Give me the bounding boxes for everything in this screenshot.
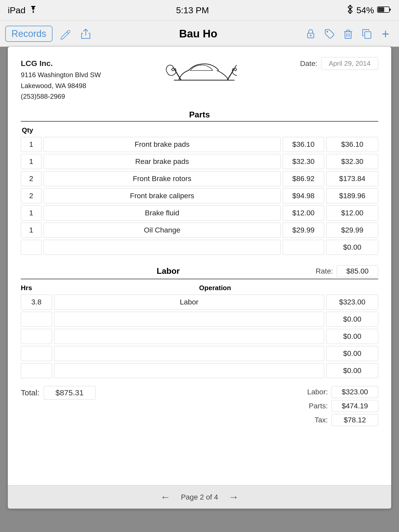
op-cell [54,363,324,378]
prev-page-button[interactable]: ← [160,491,170,503]
next-page-button[interactable]: → [229,491,239,503]
tax-total-label: Tax: [302,416,328,424]
total-cell: $32.30 [326,154,378,169]
parts-section: Parts Qty 1 Front brake pads $36.10 $36.… [21,110,378,255]
total-main: Total: $875.31 [21,386,96,400]
svg-point-7 [327,31,328,32]
hrs-cell [21,329,52,344]
rate-label: Rate: [316,267,333,275]
op-cell [54,312,324,327]
company-address1: 9116 Washington Blvd SW [21,70,101,81]
parts-total-label: Parts: [302,402,328,410]
labor-row: $0.00 [21,346,378,361]
amt-cell: $0.00 [326,363,378,378]
qty-cell: 2 [21,188,42,203]
price-cell: $36.10 [283,137,324,152]
labor-col-headers: Hrs Operation [21,284,378,292]
device-label: iPad [8,5,25,15]
svg-line-4 [66,32,69,34]
rate-value: $85.00 [337,265,378,277]
parts-total-row: Parts: $474.19 [302,400,378,412]
company-phone: (253)588-2969 [21,91,101,102]
share-button[interactable] [77,25,94,42]
rate-section: Rate: $85.00 [316,265,378,277]
bluetooth-icon [347,5,353,16]
wifi-icon [29,5,38,15]
parts-row: 1 Brake fluid $12.00 $12.00 [21,205,378,221]
qty-cell: 1 [21,223,42,238]
company-address2: Lakewood, WA 98498 [21,81,101,91]
battery-label: 54% [356,5,374,15]
op-cell [54,346,324,361]
hrs-label: Hrs [21,284,52,292]
totals-section: Total: $875.31 Labor: $323.00 Parts: $47… [21,386,378,426]
svg-point-6 [310,35,311,36]
date-value: April 29, 2014 [321,57,378,70]
lock-button[interactable] [302,25,319,42]
qty-cell: 1 [21,154,42,169]
status-right: 54% [347,5,391,16]
svg-point-0 [33,12,34,13]
totals-right: Labor: $323.00 Parts: $474.19 Tax: $78.1… [302,386,378,426]
hrs-cell: 3.8 [21,295,52,310]
labor-row: $0.00 [21,312,378,327]
price-cell: $29.99 [283,223,324,238]
labor-header: Labor Rate: $85.00 [21,265,378,277]
amt-cell: $0.00 [326,346,378,361]
toolbar: Records Bau Ho + [0,21,399,47]
tax-total-value: $78.12 [331,414,378,426]
records-button[interactable]: Records [5,26,52,42]
svg-rect-13 [365,32,371,38]
labor-title: Labor [21,266,316,276]
amt-cell: $0.00 [326,312,378,327]
total-cell: $0.00 [326,240,378,255]
parts-rows: 1 Front brake pads $36.10 $36.10 1 Rear … [21,137,378,255]
desc-cell: Rear brake pads [44,154,281,169]
page-title: Bau Ho [98,28,298,40]
desc-cell: Front brake calipers [44,188,281,203]
labor-row: $0.00 [21,363,378,378]
total-cell: $36.10 [326,137,378,152]
date-section: Date: April 29, 2014 [300,57,378,70]
op-cell [54,329,324,344]
price-cell: $94.98 [283,188,324,203]
total-cell: $173.84 [326,171,378,186]
copy-button[interactable] [358,25,375,42]
company-info: LCG Inc. 9116 Washington Blvd SW Lakewoo… [21,57,101,102]
labor-total-label: Labor: [302,388,328,396]
labor-divider [21,279,378,279]
edit-button[interactable] [57,25,73,42]
parts-row: 1 Rear brake pads $32.30 $32.30 [21,154,378,169]
labor-section: Labor Rate: $85.00 Hrs Operation 3.8 Lab… [21,265,378,426]
qty-label: Qty [21,126,378,134]
svg-rect-2 [389,9,391,11]
toolbar-right-icons: + [302,25,394,42]
parts-divider [21,121,378,122]
parts-row: 1 Front brake pads $36.10 $36.10 [21,137,378,152]
total-label: Total: [21,388,39,397]
desc-cell [44,240,281,255]
qty-cell: 1 [21,205,42,221]
parts-total-value: $474.19 [331,400,378,412]
hrs-cell [21,312,52,327]
add-button[interactable]: + [377,25,394,42]
hrs-cell [21,346,52,361]
labor-total-row: Labor: $323.00 [302,386,378,398]
parts-row: 2 Front Brake rotors $86.92 $173.84 [21,171,378,186]
invoice-document: LCG Inc. 9116 Washington Blvd SW Lakewoo… [8,47,391,509]
trash-button[interactable] [340,25,356,42]
qty-cell: 1 [21,137,42,152]
parts-row: $0.00 [21,240,378,255]
price-cell: $12.00 [283,205,324,221]
op-cell: Labor [54,295,324,310]
status-time: 5:13 PM [176,5,209,15]
qty-cell: 2 [21,171,42,186]
price-cell [283,240,324,255]
parts-row: 1 Oil Change $29.99 $29.99 [21,223,378,238]
parts-row: 2 Front brake calipers $94.98 $189.96 [21,188,378,203]
labor-total-value: $323.00 [331,386,378,398]
tax-total-row: Tax: $78.12 [302,414,378,426]
total-cell: $12.00 [326,205,378,221]
date-label: Date: [300,59,317,68]
tag-button[interactable] [321,25,338,42]
